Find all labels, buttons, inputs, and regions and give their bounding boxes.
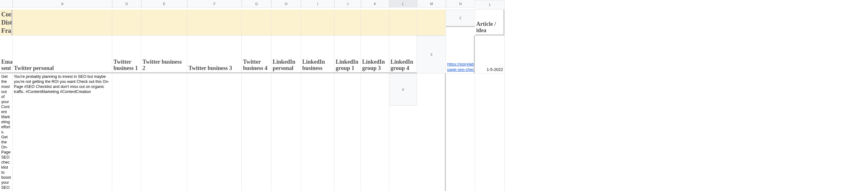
cell-text: You're probably planning to invest in SE…	[14, 74, 111, 94]
cell-G3[interactable]	[112, 73, 141, 191]
cell-E3[interactable]: Get the most out of your Content Marketi…	[0, 73, 12, 191]
select-all-corner[interactable]	[0, 0, 12, 7]
cell-I3[interactable]	[187, 73, 242, 191]
col-header-A[interactable]: A	[12, 0, 112, 7]
cell-E1[interactable]	[112, 9, 141, 36]
row-header-3[interactable]: 3	[417, 36, 446, 73]
col-header-L[interactable]: L	[389, 0, 417, 7]
cell-M1[interactable]	[389, 9, 417, 36]
cell-J1[interactable]	[301, 9, 334, 36]
article-link[interactable]: https://storylab.ai/on-page-seo-checklis…	[447, 62, 475, 72]
row-header-4[interactable]: 4	[389, 73, 417, 105]
row-header-2[interactable]: 2	[446, 9, 475, 27]
col-header-I[interactable]: I	[301, 0, 334, 7]
cell-L3[interactable]: 1-5-2022	[301, 73, 334, 191]
cell-K3[interactable]: 1-5-2022	[271, 73, 301, 191]
cell-F3[interactable]: You're probably planning to invest in SE…	[12, 73, 112, 191]
cell-A1-title[interactable]: Content Distribution Framework	[0, 9, 12, 36]
cell-H2-header[interactable]: Twitter business 3	[187, 36, 242, 73]
col-header-E[interactable]: E	[141, 0, 187, 7]
cell-N1[interactable]	[417, 9, 446, 36]
col-header-D[interactable]: D	[112, 0, 141, 7]
cell-H1[interactable]	[242, 9, 271, 36]
cell-I2-header[interactable]: Twitter business 4	[242, 36, 271, 73]
cell-A4[interactable]: https://storylab.ai/how-to-write-good-st…	[417, 73, 446, 191]
cell-N2-header[interactable]: LinkedIn group 4	[389, 36, 417, 73]
cell-J3[interactable]: 1-5-2022	[242, 73, 271, 191]
col-header-M[interactable]: M	[417, 0, 446, 7]
cell-H3[interactable]	[141, 73, 187, 191]
col-header-H[interactable]: H	[271, 0, 301, 7]
cell-F1[interactable]	[141, 9, 187, 36]
cell-D3[interactable]: 1-5-2022	[475, 36, 505, 73]
cell-K2-header[interactable]: LinkedIn business	[301, 36, 334, 73]
cell-A2-header[interactable]: Article / idea	[475, 9, 505, 36]
cell-F2-header[interactable]: Twitter business 1	[112, 36, 141, 73]
cell-J2-header[interactable]: LinkedIn personal	[271, 36, 301, 73]
cell-D2-header[interactable]: Email sent	[0, 36, 12, 73]
cell-L2-header[interactable]: LinkedIn group 1	[334, 36, 361, 73]
cell-M2-header[interactable]: LinkedIn group 3	[361, 36, 389, 73]
cell-I1[interactable]	[271, 9, 301, 36]
cell-M3[interactable]	[334, 73, 361, 191]
cell-E4[interactable]: How to Write Stories that are Felt, Reme…	[475, 73, 505, 191]
spreadsheet-grid[interactable]: A D E F G H I J K L M N 1 Content Distri…	[0, 0, 868, 191]
cell-L1[interactable]	[361, 9, 389, 36]
row-header-1[interactable]: 1	[475, 0, 505, 9]
cell-G2-header[interactable]: Twitter business 2	[141, 36, 187, 73]
cell-D1[interactable]	[12, 9, 112, 36]
col-header-F[interactable]: F	[187, 0, 242, 7]
col-header-K[interactable]: K	[361, 0, 389, 7]
col-header-G[interactable]: G	[242, 0, 271, 7]
col-header-N[interactable]: N	[446, 0, 475, 7]
cell-E2-header[interactable]: Twitter personal	[12, 36, 112, 73]
cell-K1[interactable]	[334, 9, 361, 36]
cell-G1[interactable]	[187, 9, 242, 36]
cell-N3[interactable]	[361, 73, 389, 191]
cell-text: Get the most out of your Content Marketi…	[1, 74, 11, 191]
cell-D4[interactable]: 1-20-2022	[446, 73, 475, 191]
cell-A3[interactable]: https://storylab.ai/on-page-seo-checklis…	[446, 36, 475, 73]
col-header-J[interactable]: J	[334, 0, 361, 7]
